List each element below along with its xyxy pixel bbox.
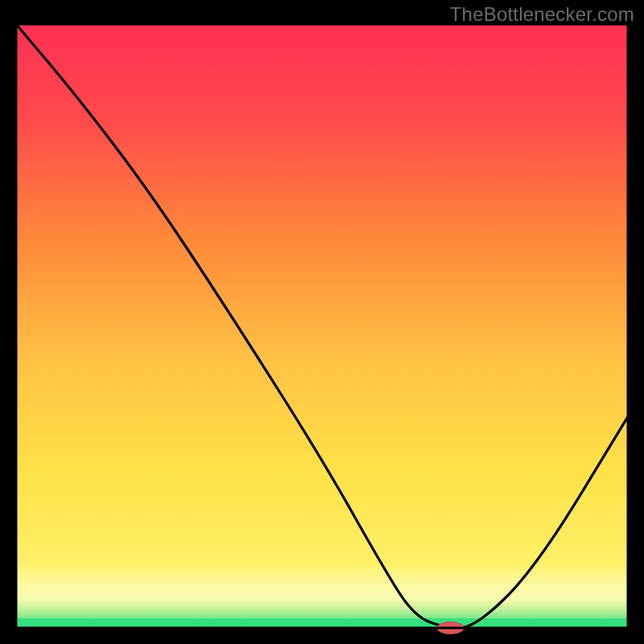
gradient-upper [16, 24, 628, 568]
watermark-text: TheBottleneсker.com [450, 3, 634, 26]
green-baseline-strip [16, 618, 628, 628]
chart-container: TheBottleneсker.com [0, 0, 644, 644]
bottleneck-chart [0, 0, 644, 644]
